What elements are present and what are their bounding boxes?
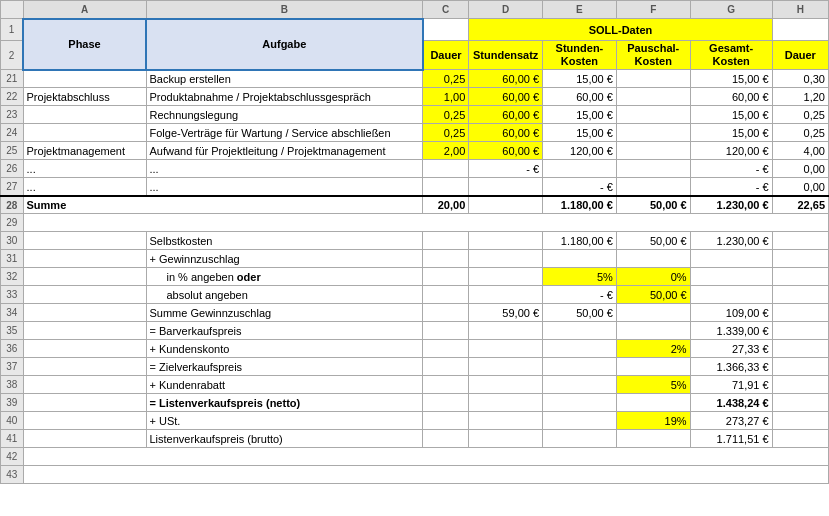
col-g-label: G	[690, 1, 772, 19]
table-row: 42	[1, 448, 829, 466]
aufgabe-header: Aufgabe	[146, 19, 423, 70]
table-row: 24 Folge-Verträge für Wartung / Service …	[1, 124, 829, 142]
calc-row: 39 = Listenverkaufspreis (netto) 1.438,2…	[1, 394, 829, 412]
col-e-label: E	[543, 1, 617, 19]
stundensatz-header: Stundensatz	[469, 41, 543, 70]
calc-row: 33 absolut angeben - € 50,00 €	[1, 286, 829, 304]
summe-row: 28 Summe 20,00 1.180,00 € 50,00 € 1.230,…	[1, 196, 829, 214]
col-f-label: F	[616, 1, 690, 19]
row-1-num: 1	[1, 19, 24, 41]
table-row: 23 Rechnungslegung 0,25 60,00 € 15,00 € …	[1, 106, 829, 124]
soll-daten-header: SOLL-Daten	[469, 19, 772, 41]
table-row: 27 ... ... - € - € 0,00	[1, 178, 829, 196]
table-row: 21 Backup erstellen 0,25 60,00 € 15,00 €…	[1, 70, 829, 88]
table-row: 22 Projektabschluss Produktabnahme / Pro…	[1, 88, 829, 106]
pauschal-kosten-header: Pauschal-Kosten	[616, 41, 690, 70]
c1-empty	[423, 19, 469, 41]
col-c-label: C	[423, 1, 469, 19]
table-row: 25 Projektmanagement Aufwand für Projekt…	[1, 142, 829, 160]
col-a-label: A	[23, 1, 146, 19]
dauer-header: Dauer	[423, 41, 469, 70]
table-row: 43	[1, 466, 829, 484]
col-d-label: D	[469, 1, 543, 19]
dauer2-header: Dauer	[772, 41, 828, 70]
calc-row: 30 Selbstkosten 1.180,00 € 50,00 € 1.230…	[1, 232, 829, 250]
gesamt-kosten-header: Gesamt-Kosten	[690, 41, 772, 70]
table-row: 29	[1, 214, 829, 232]
calc-row: 36 + Kundenskonto 2% 27,33 €	[1, 340, 829, 358]
spreadsheet: A B C D E F G H 1 Phase Aufgabe SOLL-Dat…	[0, 0, 829, 484]
calc-row: 32 in % angeben oder 5% 0%	[1, 268, 829, 286]
calc-row: 38 + Kundenrabatt 5% 71,91 €	[1, 376, 829, 394]
calc-row: 37 = Zielverkaufspreis 1.366,33 €	[1, 358, 829, 376]
col-label-row: A B C D E F G H	[1, 1, 829, 19]
calc-row: 31 + Gewinnzuschlag	[1, 250, 829, 268]
calc-row: 35 = Barverkaufspreis 1.339,00 €	[1, 322, 829, 340]
col-h-label: H	[772, 1, 828, 19]
calc-row: 40 + USt. 19% 273,27 €	[1, 412, 829, 430]
header-row-1: 1 Phase Aufgabe SOLL-Daten	[1, 19, 829, 41]
phase-header: Phase	[23, 19, 146, 70]
calc-row: 34 Summe Gewinnzuschlag 59,00 € 50,00 € …	[1, 304, 829, 322]
table-row: 26 ... ... - € - € 0,00	[1, 160, 829, 178]
calc-row: 41 Listenverkaufspreis (brutto) 1.711,51…	[1, 430, 829, 448]
h1-empty	[772, 19, 828, 41]
corner-cell	[1, 1, 24, 19]
row-2-num: 2	[1, 41, 24, 70]
summe-label: Summe	[23, 196, 423, 214]
col-b-label: B	[146, 1, 423, 19]
stunden-kosten-header: Stunden-Kosten	[543, 41, 617, 70]
